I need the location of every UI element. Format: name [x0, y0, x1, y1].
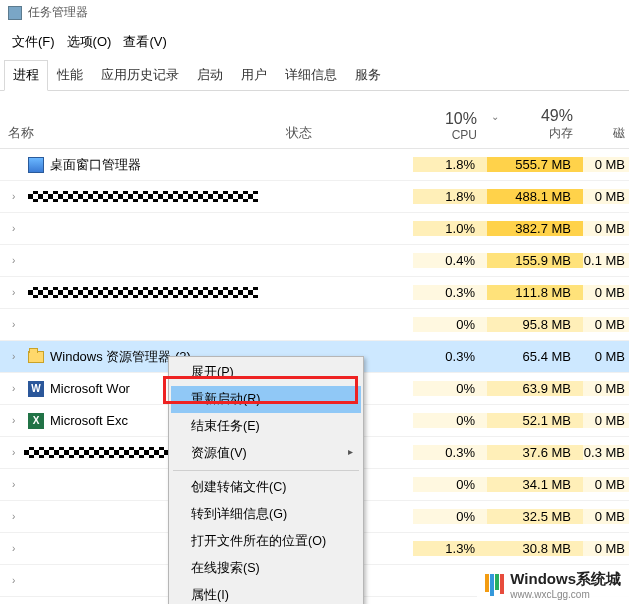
- disk-cell: 0 MB: [583, 509, 629, 524]
- menu-view[interactable]: 查看(V): [119, 31, 170, 53]
- process-name: Microsoft Wor: [50, 381, 130, 396]
- tab-app-history[interactable]: 应用历史记录: [92, 60, 188, 91]
- mem-cell: 111.8 MB: [487, 285, 583, 300]
- process-name: 桌面窗口管理器: [50, 156, 141, 174]
- table-row[interactable]: › 1.8% 488.1 MB 0 MB: [0, 181, 629, 213]
- watermark-logo-icon: [485, 574, 504, 596]
- expand-toggle[interactable]: ›: [12, 223, 22, 234]
- disk-cell: 0 MB: [583, 157, 629, 172]
- col-header-name[interactable]: 名称: [0, 125, 278, 148]
- menu-restart[interactable]: 重新启动(R): [171, 386, 361, 413]
- menu-properties[interactable]: 属性(I): [171, 582, 361, 604]
- mem-cell: 555.7 MB: [487, 157, 583, 172]
- redacted-area: [28, 191, 258, 202]
- disk-cell: 0.3 MB: [583, 445, 629, 460]
- menu-create-dump[interactable]: 创建转储文件(C): [171, 474, 361, 501]
- expand-toggle[interactable]: ›: [12, 191, 22, 202]
- cpu-cell: 0%: [413, 381, 487, 396]
- tab-services[interactable]: 服务: [346, 60, 390, 91]
- disk-cell: 0 MB: [583, 189, 629, 204]
- disk-cell: 0 MB: [583, 285, 629, 300]
- disk-label: 磁: [583, 125, 625, 142]
- expand-toggle: [12, 159, 22, 170]
- table-row[interactable]: › 0% 95.8 MB 0 MB: [0, 309, 629, 341]
- expand-toggle[interactable]: ›: [12, 447, 22, 458]
- expand-toggle[interactable]: ›: [12, 383, 22, 394]
- memory-label: 内存: [487, 125, 573, 142]
- expand-toggle[interactable]: ›: [12, 511, 22, 522]
- context-menu: 展开(P) 重新启动(R) 结束任务(E) 资源值(V) 创建转储文件(C) 转…: [168, 356, 364, 604]
- column-headers: 名称 状态 10% CPU ⌄ 49% 内存 磁: [0, 91, 629, 149]
- disk-cell: 0.1 MB: [583, 253, 629, 268]
- menu-file[interactable]: 文件(F): [8, 31, 59, 53]
- menu-goto-details[interactable]: 转到详细信息(G): [171, 501, 361, 528]
- cpu-cell: 0%: [413, 317, 487, 332]
- mem-cell: 95.8 MB: [487, 317, 583, 332]
- sort-indicator-icon: ⌄: [491, 111, 499, 122]
- mem-cell: 34.1 MB: [487, 477, 583, 492]
- cpu-usage-total: 10%: [413, 110, 477, 128]
- tab-details[interactable]: 详细信息: [276, 60, 346, 91]
- tabbar: 进程 性能 应用历史记录 启动 用户 详细信息 服务: [0, 59, 629, 91]
- expand-toggle[interactable]: ›: [12, 543, 22, 554]
- menu-resource-values[interactable]: 资源值(V): [171, 440, 361, 467]
- col-header-status[interactable]: 状态: [278, 125, 413, 148]
- expand-toggle[interactable]: ›: [12, 287, 22, 298]
- col-header-memory[interactable]: ⌄ 49% 内存: [487, 103, 583, 148]
- word-icon: W: [28, 381, 44, 397]
- expand-toggle[interactable]: ›: [12, 351, 22, 362]
- cpu-cell: 0.3%: [413, 285, 487, 300]
- disk-cell: 0 MB: [583, 477, 629, 492]
- mem-cell: 63.9 MB: [487, 381, 583, 396]
- mem-cell: 30.8 MB: [487, 541, 583, 556]
- cpu-label: CPU: [413, 128, 477, 142]
- mem-cell: 488.1 MB: [487, 189, 583, 204]
- table-row[interactable]: 桌面窗口管理器 1.8% 555.7 MB 0 MB: [0, 149, 629, 181]
- process-name: Microsoft Exc: [50, 413, 128, 428]
- cpu-cell: 0%: [413, 477, 487, 492]
- watermark-url: www.wxcLgg.com: [510, 589, 621, 600]
- menubar: 文件(F) 选项(O) 查看(V): [0, 25, 629, 59]
- watermark: Windows系统城 www.wxcLgg.com: [477, 566, 629, 604]
- tab-users[interactable]: 用户: [232, 60, 276, 91]
- menu-open-file-location[interactable]: 打开文件所在的位置(O): [171, 528, 361, 555]
- cpu-cell: 0.3%: [413, 445, 487, 460]
- expand-toggle[interactable]: ›: [12, 415, 22, 426]
- col-header-disk[interactable]: 磁: [583, 106, 629, 148]
- menu-options[interactable]: 选项(O): [63, 31, 116, 53]
- expand-toggle[interactable]: ›: [12, 479, 22, 490]
- table-row[interactable]: › 0.4% 155.9 MB 0.1 MB: [0, 245, 629, 277]
- mem-cell: 382.7 MB: [487, 221, 583, 236]
- excel-icon: X: [28, 413, 44, 429]
- mem-cell: 65.4 MB: [487, 349, 583, 364]
- cpu-cell: 1.3%: [413, 541, 487, 556]
- mem-cell: 32.5 MB: [487, 509, 583, 524]
- task-manager-window: 任务管理器 文件(F) 选项(O) 查看(V) 进程 性能 应用历史记录 启动 …: [0, 0, 629, 604]
- redacted-area: [28, 287, 258, 298]
- watermark-title: Windows系统城: [510, 570, 621, 587]
- expand-toggle[interactable]: ›: [12, 255, 22, 266]
- cpu-cell: 0.4%: [413, 253, 487, 268]
- menu-separator: [173, 470, 359, 471]
- disk-cell: 0 MB: [583, 381, 629, 396]
- folder-icon: [28, 349, 44, 365]
- disk-cell: 0 MB: [583, 221, 629, 236]
- expand-toggle[interactable]: ›: [12, 575, 22, 586]
- memory-usage-total: 49%: [487, 107, 573, 125]
- table-row[interactable]: › 1.0% 382.7 MB 0 MB: [0, 213, 629, 245]
- menu-search-online[interactable]: 在线搜索(S): [171, 555, 361, 582]
- col-header-cpu[interactable]: 10% CPU: [413, 106, 487, 148]
- mem-cell: 37.6 MB: [487, 445, 583, 460]
- window-title: 任务管理器: [28, 4, 88, 21]
- menu-expand[interactable]: 展开(P): [171, 359, 361, 386]
- tab-performance[interactable]: 性能: [48, 60, 92, 91]
- dwm-icon: [28, 157, 44, 173]
- mem-cell: 155.9 MB: [487, 253, 583, 268]
- menu-end-task[interactable]: 结束任务(E): [171, 413, 361, 440]
- tab-processes[interactable]: 进程: [4, 60, 48, 91]
- expand-toggle[interactable]: ›: [12, 319, 22, 330]
- cpu-cell: 0%: [413, 509, 487, 524]
- cpu-cell: 0%: [413, 413, 487, 428]
- tab-startup[interactable]: 启动: [188, 60, 232, 91]
- table-row[interactable]: › 0.3% 111.8 MB 0 MB: [0, 277, 629, 309]
